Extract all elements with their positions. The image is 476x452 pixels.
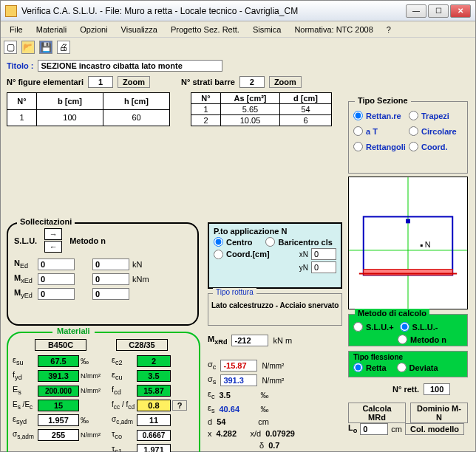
sigma-c-output bbox=[220, 360, 257, 371]
sigma-s-output bbox=[220, 374, 257, 386]
radio-coord-sez[interactable] bbox=[409, 142, 418, 151]
tipo-flessione-group: Tipo flessione Retta Deviata bbox=[348, 351, 468, 377]
zoom-fig-button[interactable]: Zoom bbox=[118, 76, 150, 88]
tipo-sezione-group: Tipo Sezione Rettan.re Trapezi a T Circo… bbox=[348, 101, 468, 174]
metodo-n-label: Metodo n bbox=[69, 236, 106, 245]
nstrati-input[interactable] bbox=[239, 76, 265, 88]
minimize-button[interactable]: — bbox=[406, 4, 426, 18]
window-title: Verifica C.A. S.L.U. - File: Muro a rett… bbox=[21, 6, 406, 16]
radio-rettangoli[interactable] bbox=[353, 142, 363, 151]
radio-metodo-n[interactable] bbox=[398, 335, 407, 344]
titolo-input[interactable] bbox=[38, 60, 222, 72]
menu-progetto[interactable]: Progetto Sez. Rett. bbox=[165, 24, 245, 35]
help-icon[interactable]: ? bbox=[172, 400, 187, 411]
radio-retta[interactable] bbox=[353, 363, 363, 372]
radio-coord[interactable] bbox=[214, 250, 223, 259]
nrett-input[interactable] bbox=[424, 383, 450, 395]
arrow-right-button[interactable]: → bbox=[44, 228, 62, 240]
radio-slu-minus[interactable] bbox=[400, 322, 409, 332]
new-icon[interactable]: ▢ bbox=[4, 41, 17, 54]
menu-help[interactable]: ? bbox=[381, 24, 397, 35]
acciaio-button[interactable]: B450C bbox=[35, 339, 86, 351]
toolbar: ▢ 📂 💾 🖨 bbox=[1, 38, 475, 57]
mxed-input[interactable] bbox=[38, 273, 75, 285]
menu-materiali[interactable]: Materiali bbox=[30, 24, 73, 35]
section-preview: N bbox=[348, 177, 468, 309]
calcola-mrd-button[interactable]: Calcola MRd bbox=[348, 403, 406, 423]
ned-input[interactable] bbox=[38, 258, 75, 270]
close-button[interactable]: ✕ bbox=[450, 4, 471, 18]
radio-at[interactable] bbox=[353, 126, 363, 136]
radio-slu-plus[interactable] bbox=[353, 322, 363, 332]
pto-legend: P.to applicazione N bbox=[214, 227, 336, 236]
soll-legend: Sollecitazioni bbox=[17, 217, 75, 226]
radio-baricentro[interactable] bbox=[265, 237, 275, 247]
rottura-text: Lato calcestruzzo - Acciaio snervato bbox=[211, 301, 339, 309]
pto-applicazione-group: P.to applicazione N Centro Baricentro cl… bbox=[208, 222, 342, 289]
nfig-input[interactable] bbox=[88, 76, 113, 88]
nstrati-label: N° strati barre bbox=[181, 78, 235, 86]
open-icon[interactable]: 📂 bbox=[21, 41, 35, 54]
mxrd-output bbox=[231, 335, 268, 346]
col-modello-button[interactable]: Col. modello bbox=[405, 423, 464, 435]
lo-input[interactable] bbox=[360, 423, 388, 435]
radio-centro[interactable] bbox=[214, 237, 223, 247]
menu-sismica[interactable]: Sismica bbox=[247, 24, 288, 35]
xn-input[interactable] bbox=[311, 248, 336, 260]
zoom-bar-button[interactable]: Zoom bbox=[269, 76, 302, 88]
metodo-calcolo-group: Metodo di calcolo S.L.U.+ S.L.U.- Metodo… bbox=[348, 314, 468, 346]
c2-input[interactable] bbox=[92, 258, 129, 270]
slu-label: S.L.U. bbox=[14, 236, 37, 245]
nrett-label: N° rett. bbox=[392, 385, 419, 394]
save-icon[interactable]: 💾 bbox=[39, 41, 52, 54]
titolo-label: Titolo : bbox=[7, 61, 33, 70]
svg-rect-7 bbox=[421, 244, 423, 247]
menu-normativa[interactable]: Normativa: NTC 2008 bbox=[288, 24, 378, 35]
svg-text:N: N bbox=[425, 240, 431, 249]
rottura-legend: Tipo rottura bbox=[213, 288, 256, 296]
app-icon bbox=[5, 5, 17, 17]
maximize-button[interactable]: ☐ bbox=[428, 4, 449, 18]
radio-circolare[interactable] bbox=[409, 126, 418, 136]
radio-deviata[interactable] bbox=[397, 363, 407, 372]
radio-trapezi[interactable] bbox=[409, 111, 418, 120]
radio-rettan[interactable] bbox=[353, 111, 363, 120]
sollecitazioni-group: Sollecitazioni S.L.U. → ← Metodo n NEd k… bbox=[7, 222, 199, 326]
menu-visualizza[interactable]: Visualizza bbox=[115, 24, 163, 35]
tipo-rottura-group: Tipo rottura Lato calcestruzzo - Acciaio… bbox=[208, 293, 342, 326]
figure-table[interactable]: N°b [cm]h [cm] 110060 bbox=[7, 92, 170, 126]
print-icon[interactable]: 🖨 bbox=[57, 41, 70, 54]
titlebar: Verifica C.A. S.L.U. - File: Muro a rett… bbox=[1, 1, 475, 21]
c4-input[interactable] bbox=[92, 288, 129, 300]
nfig-label: N° figure elementari bbox=[7, 78, 84, 86]
menu-opzioni[interactable]: Opzioni bbox=[74, 24, 113, 35]
menu-file[interactable]: File bbox=[4, 24, 29, 35]
menubar: File Materiali Opzioni Visualizza Proget… bbox=[1, 21, 475, 38]
dominio-mn-button[interactable]: Dominio M-N bbox=[410, 403, 468, 423]
c3-input[interactable] bbox=[92, 273, 129, 285]
svg-rect-5 bbox=[406, 219, 410, 223]
myed-input[interactable] bbox=[38, 288, 75, 300]
mat-legend: Materiali bbox=[52, 326, 95, 335]
bar-table[interactable]: N°As [cm²]d [cm] 15.6554 210.056 bbox=[191, 92, 332, 126]
materiali-group: Materiali B450C C28/35 εsu67.5‰ εc22 fyd… bbox=[7, 332, 200, 452]
yn-input[interactable] bbox=[311, 261, 336, 273]
results-panel: MxRd kN m σc N/mm² σs N/mm² εc 3.5‰ εs 4… bbox=[208, 332, 342, 452]
cls-button[interactable]: C28/35 bbox=[116, 339, 168, 351]
arrow-left-button[interactable]: ← bbox=[44, 241, 62, 253]
